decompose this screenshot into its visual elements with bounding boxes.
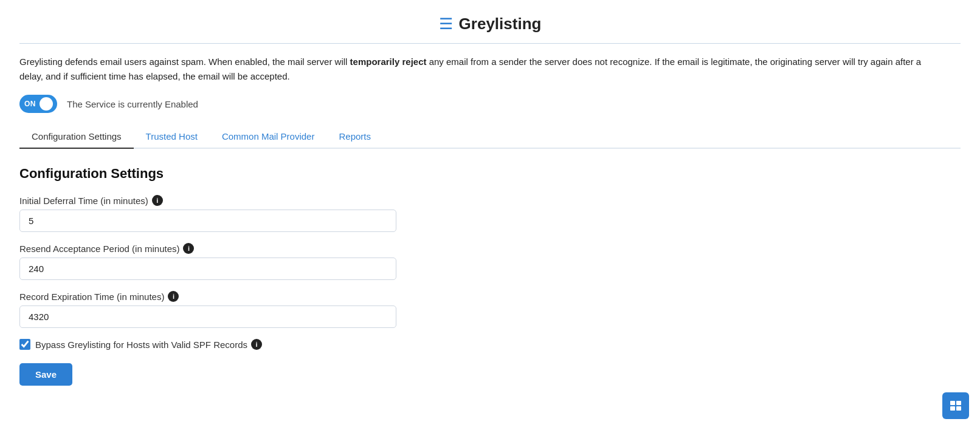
page-title-row: ☰ Greylisting	[19, 15, 961, 33]
config-section: Configuration Settings Initial Deferral …	[19, 166, 961, 386]
toggle-label: ON	[24, 100, 36, 108]
info-icon-resend-acceptance[interactable]: i	[183, 243, 194, 254]
service-status-row: ON The Service is currently Enabled	[19, 95, 961, 113]
label-resend-acceptance-text: Resend Acceptance Period (in minutes)	[19, 244, 179, 254]
label-resend-acceptance: Resend Acceptance Period (in minutes) i	[19, 243, 961, 254]
label-record-expiration-text: Record Expiration Time (in minutes)	[19, 292, 164, 302]
label-initial-deferral-text: Initial Deferral Time (in minutes)	[19, 196, 148, 206]
input-initial-deferral[interactable]	[19, 210, 396, 232]
checkbox-label-spf: Bypass Greylisting for Hosts with Valid …	[35, 339, 262, 350]
checkbox-bypass-spf[interactable]	[19, 339, 30, 350]
section-title: Configuration Settings	[19, 166, 961, 182]
info-icon-initial-deferral[interactable]: i	[152, 195, 163, 206]
page-wrapper: ☰ Greylisting Greylisting defends email …	[0, 0, 980, 430]
field-group-resend-acceptance: Resend Acceptance Period (in minutes) i	[19, 243, 961, 280]
input-record-expiration[interactable]	[19, 305, 396, 328]
bottom-right-icon-button[interactable]	[942, 392, 969, 419]
toggle-knob	[40, 97, 53, 111]
save-button[interactable]: Save	[19, 363, 72, 386]
info-icon-record-expiration[interactable]: i	[168, 291, 179, 302]
field-group-record-expiration: Record Expiration Time (in minutes) i	[19, 291, 961, 328]
tab-configuration-settings[interactable]: Configuration Settings	[19, 125, 134, 149]
input-resend-acceptance[interactable]	[19, 258, 396, 280]
label-initial-deferral: Initial Deferral Time (in minutes) i	[19, 195, 961, 206]
service-status-text: The Service is currently Enabled	[67, 99, 198, 109]
service-toggle[interactable]: ON	[19, 95, 57, 113]
list-icon: ☰	[439, 15, 453, 33]
field-group-initial-deferral: Initial Deferral Time (in minutes) i	[19, 195, 961, 232]
page-title: Greylisting	[459, 15, 542, 33]
description-text: Greylisting defends email users against …	[19, 55, 931, 84]
svg-rect-1	[956, 401, 961, 405]
tab-common-mail-provider[interactable]: Common Mail Provider	[210, 125, 327, 148]
bottom-right-icon	[949, 399, 962, 412]
tab-trusted-host[interactable]: Trusted Host	[134, 125, 210, 148]
checkbox-row-spf: Bypass Greylisting for Hosts with Valid …	[19, 339, 961, 350]
desc-part1: Greylisting defends email users against …	[19, 56, 350, 67]
checkbox-label-text: Bypass Greylisting for Hosts with Valid …	[35, 340, 247, 350]
tab-reports[interactable]: Reports	[326, 125, 383, 148]
svg-rect-2	[950, 406, 955, 411]
svg-rect-3	[956, 406, 961, 411]
page-header: ☰ Greylisting	[19, 15, 961, 44]
label-record-expiration: Record Expiration Time (in minutes) i	[19, 291, 961, 302]
desc-bold: temporarily reject	[350, 56, 427, 67]
svg-rect-0	[950, 401, 955, 405]
info-icon-spf[interactable]: i	[251, 339, 262, 350]
tabs-row: Configuration Settings Trusted Host Comm…	[19, 125, 961, 149]
